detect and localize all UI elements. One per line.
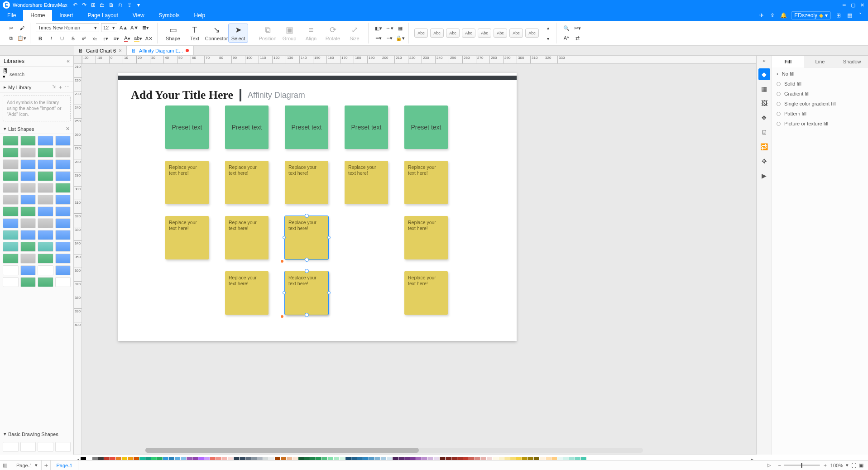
- replace-card[interactable]: Replace your text here!: [285, 161, 328, 204]
- shape-thumb[interactable]: [20, 183, 36, 193]
- page-icon[interactable]: 🗎: [758, 126, 770, 138]
- shape-thumb[interactable]: [55, 206, 71, 216]
- text-button[interactable]: TText: [185, 24, 205, 42]
- shape-thumb[interactable]: [38, 195, 53, 205]
- shape-thumb[interactable]: [3, 195, 19, 205]
- shape-thumb[interactable]: [20, 230, 36, 240]
- quick-style-1[interactable]: Abc: [430, 29, 444, 38]
- shape-thumb[interactable]: [38, 206, 53, 216]
- shape-thumb[interactable]: [55, 195, 71, 205]
- line-dash-icon[interactable]: ┄▾: [385, 34, 394, 43]
- right-panel-expand-icon[interactable]: »: [762, 58, 766, 64]
- shape-thumb[interactable]: [55, 148, 71, 158]
- image-icon[interactable]: 🖼: [758, 97, 770, 109]
- highlight-icon[interactable]: ab▾: [134, 34, 143, 43]
- library-shapes-scroll[interactable]: [0, 134, 73, 429]
- collapse-ribbon-icon[interactable]: ˅: [857, 12, 863, 19]
- menu-tab-page-layout[interactable]: Page Layout: [80, 10, 125, 21]
- shape-thumb[interactable]: [3, 254, 19, 264]
- format-painter-icon[interactable]: 🖌: [17, 24, 26, 33]
- shape-thumb[interactable]: [20, 218, 36, 228]
- shape-thumb[interactable]: [38, 136, 53, 146]
- basic-shape-thumb[interactable]: [3, 442, 19, 452]
- play-icon[interactable]: ▷: [764, 462, 773, 468]
- font-family-select[interactable]: Times New Roman▾: [36, 23, 99, 32]
- apps-icon[interactable]: ⊞: [835, 12, 842, 19]
- fill-option[interactable]: Single color gradient fill: [777, 101, 863, 106]
- shape-thumb[interactable]: [55, 171, 71, 181]
- save-icon[interactable]: 🗎: [108, 2, 115, 8]
- shape-thumb[interactable]: [55, 230, 71, 240]
- replace-card[interactable]: Replace your text here!: [404, 161, 448, 204]
- decrease-font-icon[interactable]: A▼: [130, 23, 139, 32]
- grid-toggle-icon[interactable]: ▦: [846, 12, 853, 19]
- library-collapse-icon[interactable]: «: [67, 58, 70, 64]
- underline-icon[interactable]: U: [58, 34, 67, 43]
- send-icon[interactable]: ✈: [758, 12, 765, 19]
- panel-tab-line[interactable]: Line: [804, 56, 836, 67]
- shape-thumb[interactable]: [38, 159, 53, 169]
- quickstyle-up-icon[interactable]: ▴: [543, 23, 552, 32]
- shape-thumb[interactable]: [38, 242, 53, 252]
- shape-thumb[interactable]: [3, 242, 19, 252]
- replace-card[interactable]: Replace your text here!: [165, 216, 209, 259]
- window-minimize-icon[interactable]: ━: [841, 2, 847, 8]
- shape-thumb[interactable]: [38, 230, 53, 240]
- fill-option[interactable]: Gradient fill: [777, 91, 863, 96]
- italic-icon[interactable]: I: [47, 34, 56, 43]
- shape-thumb[interactable]: [20, 171, 36, 181]
- select-button[interactable]: ➤Select: [228, 24, 248, 43]
- new-icon[interactable]: ⊞: [90, 2, 96, 8]
- shape-thumb[interactable]: [55, 265, 71, 275]
- shape-thumb[interactable]: [3, 218, 19, 228]
- quick-style-5[interactable]: Abc: [494, 29, 507, 38]
- shape-thumb[interactable]: [20, 195, 36, 205]
- quick-style-2[interactable]: Abc: [446, 29, 460, 38]
- shape-thumb[interactable]: [55, 277, 71, 287]
- line-spacing-icon[interactable]: ↕▾: [101, 34, 110, 43]
- basic-shape-thumb[interactable]: [38, 442, 53, 452]
- connector-button[interactable]: ↘Connector: [206, 24, 226, 42]
- focus-icon[interactable]: ✥: [758, 155, 770, 167]
- cut-icon[interactable]: ✂: [6, 24, 15, 33]
- shadow-icon[interactable]: ▦: [396, 24, 405, 33]
- shape-thumb[interactable]: [3, 183, 19, 193]
- shape-thumb[interactable]: [38, 183, 53, 193]
- shape-thumb[interactable]: [55, 159, 71, 169]
- canvas[interactable]: Add Your Title Here Affinity Diagram Pre…: [82, 64, 756, 455]
- page-tab[interactable]: Page-1: [51, 460, 78, 470]
- repeat-icon[interactable]: 🔁: [758, 141, 770, 153]
- undo-icon[interactable]: ↶: [72, 2, 78, 8]
- fill-option[interactable]: Pattern fill: [777, 111, 863, 116]
- align-menu-icon[interactable]: ≣▾: [141, 23, 150, 32]
- page-select[interactable]: Page-1▾: [13, 460, 42, 470]
- shape-thumb[interactable]: [20, 206, 36, 216]
- menu-tab-symbols[interactable]: Symbols: [152, 10, 187, 21]
- shape-thumb[interactable]: [38, 254, 53, 264]
- library-search-input[interactable]: [10, 72, 72, 77]
- fit-page-icon[interactable]: ⛶: [851, 463, 856, 468]
- fill-option[interactable]: Picture or texture fill: [777, 121, 863, 126]
- preset-card[interactable]: Preset text: [404, 106, 448, 149]
- superscript-icon[interactable]: x²: [79, 34, 88, 43]
- replace-card[interactable]: Replace your text here!: [225, 271, 269, 315]
- section-my-library[interactable]: ▸My Library ⇲＋⋯: [0, 82, 73, 93]
- zoom-out-icon[interactable]: −: [778, 463, 781, 468]
- replace-card[interactable]: Replace your text here!: [404, 271, 448, 315]
- shape-thumb[interactable]: [3, 265, 19, 275]
- section-list-shapes[interactable]: ▾List Shapes ✕: [0, 124, 73, 134]
- shape-thumb[interactable]: [3, 206, 19, 216]
- fill-option[interactable]: Solid fill: [777, 81, 863, 86]
- line-weight-icon[interactable]: ━▾: [374, 34, 383, 43]
- fill-color-icon[interactable]: ◧▾: [374, 24, 383, 33]
- shape-thumb[interactable]: [55, 254, 71, 264]
- shape-thumb[interactable]: [38, 171, 53, 181]
- replace-card[interactable]: Replace your text here!: [285, 271, 328, 315]
- shape-thumb[interactable]: [38, 218, 53, 228]
- arrow-style-icon[interactable]: ↔▾: [385, 24, 394, 33]
- open-icon[interactable]: 🗀: [99, 2, 106, 8]
- quick-style-6[interactable]: Abc: [509, 29, 523, 38]
- zoom-slider[interactable]: [784, 465, 820, 466]
- fill-option[interactable]: •No fill: [777, 71, 863, 77]
- shape-thumb[interactable]: [3, 136, 19, 146]
